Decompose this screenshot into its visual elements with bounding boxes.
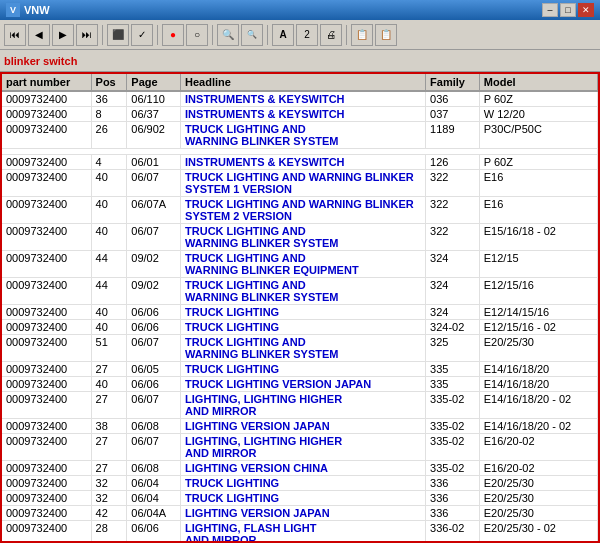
cell-page: 09/02 [127,251,181,278]
cell-model: E14/16/18/20 [479,377,597,392]
col-model[interactable]: Model [479,74,597,91]
zoom2-btn[interactable]: 🔍 [241,24,263,46]
maximize-button[interactable]: □ [560,3,576,17]
cell-model: E16/20-02 [479,461,597,476]
cell-part: 0009732400 [2,476,91,491]
check-btn[interactable]: ✓ [131,24,153,46]
cell-headline: LIGHTING VERSION JAPAN [181,506,426,521]
col-family[interactable]: Family [426,74,480,91]
cell-part: 0009732400 [2,377,91,392]
cell-page: 06/04 [127,491,181,506]
cell-headline: TRUCK LIGHTING VERSION JAPAN [181,377,426,392]
cell-headline: LIGHTING VERSION JAPAN [181,419,426,434]
table-row[interactable]: 0009732400 27 06/08 LIGHTING VERSION CHI… [2,461,598,476]
cell-pos: 40 [91,320,127,335]
cell-headline: TRUCK LIGHTING AND WARNING BLINKERSYSTEM… [181,170,426,197]
cell-part: 0009732400 [2,434,91,461]
table-row[interactable]: 0009732400 40 06/07 TRUCK LIGHTING AND W… [2,170,598,197]
cell-model: E20/25/30 [479,476,597,491]
cell-model: E20/25/30 - 02 [479,521,597,542]
cell-part: 0009732400 [2,91,91,107]
cell-part: 0009732400 [2,392,91,419]
cell-part: 0009732400 [2,197,91,224]
a-btn[interactable]: A [272,24,294,46]
cell-part: 0009732400 [2,155,91,170]
table-row[interactable]: 0009732400 51 06/07 TRUCK LIGHTING ANDWA… [2,335,598,362]
cell-part: 0009732400 [2,506,91,521]
cell-family: 336 [426,491,480,506]
table-row[interactable]: 0009732400 27 06/07 LIGHTING, LIGHTING H… [2,434,598,461]
table-row[interactable]: 0009732400 40 06/06 TRUCK LIGHTING VERSI… [2,377,598,392]
col-part-number[interactable]: part number [2,74,91,91]
cell-page: 06/07 [127,170,181,197]
cell-page: 06/37 [127,107,181,122]
cell-page: 06/06 [127,521,181,542]
table-row[interactable]: 0009732400 27 06/07 LIGHTING, LIGHTING H… [2,392,598,419]
cell-headline: TRUCK LIGHTING [181,491,426,506]
print-btn[interactable]: 🖨 [320,24,342,46]
circle-btn[interactable]: ○ [186,24,208,46]
cell-page: 06/07A [127,197,181,224]
col-headline[interactable]: Headline [181,74,426,91]
cell-headline: TRUCK LIGHTING [181,476,426,491]
table-row[interactable]: 0009732400 26 06/902 TRUCK LIGHTING ANDW… [2,122,598,149]
cell-part: 0009732400 [2,305,91,320]
table-row[interactable]: 0009732400 42 06/04A LIGHTING VERSION JA… [2,506,598,521]
cell-model: E12/15/16 [479,278,597,305]
table-row[interactable]: 0009732400 40 06/06 TRUCK LIGHTING 324-0… [2,320,598,335]
next-btn[interactable]: ▶ [52,24,74,46]
cell-page: 06/110 [127,91,181,107]
close-button[interactable]: ✕ [578,3,594,17]
scroll-area[interactable]: part number Pos Page Headline Family Mod… [2,74,598,541]
cell-pos: 27 [91,461,127,476]
copy2-btn[interactable]: 📋 [375,24,397,46]
table-row[interactable]: 0009732400 4 06/01 INSTRUMENTS & KEYSWIT… [2,155,598,170]
minimize-button[interactable]: – [542,3,558,17]
sep4 [267,25,268,45]
red-btn[interactable]: ● [162,24,184,46]
table-row[interactable]: 0009732400 36 06/110 INSTRUMENTS & KEYSW… [2,91,598,107]
cell-part: 0009732400 [2,335,91,362]
cell-family: 324 [426,251,480,278]
table-row[interactable]: 0009732400 28 06/06 LIGHTING, FLASH LIGH… [2,521,598,542]
cell-headline: TRUCK LIGHTING [181,320,426,335]
cell-family: 036 [426,91,480,107]
sep5 [346,25,347,45]
sep3 [212,25,213,45]
table-row[interactable]: 0009732400 40 06/07 TRUCK LIGHTING ANDWA… [2,224,598,251]
cell-part: 0009732400 [2,461,91,476]
cell-headline: LIGHTING, LIGHTING HIGHERAND MIRROR [181,434,426,461]
cell-pos: 27 [91,392,127,419]
table-row[interactable]: 0009732400 32 06/04 TRUCK LIGHTING 336 E… [2,476,598,491]
cell-pos: 38 [91,419,127,434]
cell-pos: 51 [91,335,127,362]
table-row[interactable]: 0009732400 44 09/02 TRUCK LIGHTING ANDWA… [2,251,598,278]
cell-family: 322 [426,197,480,224]
copy1-btn[interactable]: 📋 [351,24,373,46]
first-btn[interactable]: ⏮ [4,24,26,46]
cell-family: 324-02 [426,320,480,335]
table-row[interactable]: 0009732400 44 09/02 TRUCK LIGHTING ANDWA… [2,278,598,305]
cell-family: 335 [426,377,480,392]
table-row[interactable]: 0009732400 38 06/08 LIGHTING VERSION JAP… [2,419,598,434]
table-row[interactable]: 0009732400 32 06/04 TRUCK LIGHTING 336 E… [2,491,598,506]
cell-pos: 8 [91,107,127,122]
cell-part: 0009732400 [2,521,91,542]
cell-model: E20/25/30 [479,491,597,506]
zoom1-btn[interactable]: 🔍 [217,24,239,46]
cell-family: 335-02 [426,392,480,419]
table-row[interactable]: 0009732400 8 06/37 INSTRUMENTS & KEYSWIT… [2,107,598,122]
last-btn[interactable]: ⏭ [76,24,98,46]
cell-part: 0009732400 [2,419,91,434]
table-row[interactable]: 0009732400 40 06/07A TRUCK LIGHTING AND … [2,197,598,224]
prev-btn[interactable]: ◀ [28,24,50,46]
table-row[interactable]: 0009732400 40 06/06 TRUCK LIGHTING 324 E… [2,305,598,320]
col-pos[interactable]: Pos [91,74,127,91]
cell-pos: 27 [91,434,127,461]
table-row[interactable]: 0009732400 27 06/05 TRUCK LIGHTING 335 E… [2,362,598,377]
cell-model: P 60Z [479,155,597,170]
stop-btn[interactable]: ⬛ [107,24,129,46]
toolbar: ⏮ ◀ ▶ ⏭ ⬛ ✓ ● ○ 🔍 🔍 A 2 🖨 📋 📋 [0,20,600,50]
col-page[interactable]: Page [127,74,181,91]
num-btn[interactable]: 2 [296,24,318,46]
